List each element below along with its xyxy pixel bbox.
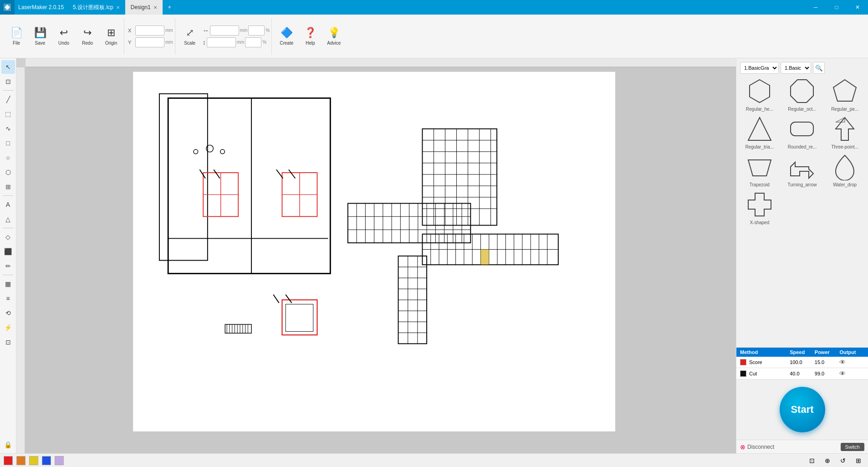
canvas-bg[interactable]	[26, 67, 736, 453]
wh-inputs: ↔ 0.00 mm 100 % ↕ 0.00 mm 100 %	[203, 26, 270, 47]
grid-tool[interactable]: ⊞	[1, 180, 15, 194]
shape-drop-svg	[831, 153, 858, 180]
scale-button[interactable]: ⤢ Scale	[179, 20, 201, 53]
cut-speed[interactable]: 40.0	[790, 371, 815, 376]
shape-item-tri[interactable]: Regular_tria...	[740, 115, 779, 149]
maximize-btn[interactable]: □	[826, 0, 847, 15]
w-input-row: ↔ 0.00 mm 100 %	[203, 26, 270, 36]
color-yellow[interactable]	[29, 456, 38, 465]
shape-item-pen[interactable]: Regular_pe...	[825, 77, 864, 112]
ellipse-tool[interactable]: ○	[1, 151, 15, 164]
tab-design1-close[interactable]: ✕	[153, 5, 157, 10]
shape-item-trap[interactable]: Trapezoid	[740, 153, 779, 187]
undo-button[interactable]: ↩ Undo	[53, 20, 75, 53]
scale-label: Scale	[184, 41, 195, 46]
shape-turning-svg	[788, 153, 816, 180]
score-visibility-toggle[interactable]: 👁	[839, 359, 864, 366]
category-select[interactable]: 1.BasicGra	[740, 62, 779, 74]
fill-tool[interactable]: ⬛	[1, 245, 15, 258]
select-tool[interactable]: ↖	[1, 60, 15, 74]
lock-tool[interactable]: 🔒	[1, 438, 15, 452]
create-button[interactable]: 🔷 Create	[276, 20, 297, 53]
grid-view-btn[interactable]: ⊞	[853, 455, 864, 467]
polygon-tool[interactable]: ⬡	[1, 165, 15, 179]
minimize-btn[interactable]: ─	[805, 0, 826, 15]
smart-select-btn[interactable]: ⊕	[822, 455, 833, 467]
origin-button[interactable]: ⊞ Origin	[100, 20, 122, 53]
save-button[interactable]: 💾 Save	[29, 20, 51, 53]
redo-button[interactable]: ↪ Redo	[77, 20, 98, 53]
color-blue[interactable]	[42, 456, 51, 465]
text-tool[interactable]: A	[1, 198, 15, 211]
tab-file1[interactable]: 5.设计图模板.lcp ✕	[67, 0, 125, 15]
shape-item-hex[interactable]: Regular_he...	[740, 77, 779, 112]
shape-item-xshape[interactable]: X-shaped	[740, 191, 779, 225]
ruler-left	[16, 67, 26, 453]
process-header: Method Speed Power Output	[736, 348, 868, 357]
scale-icon: ⤢	[186, 27, 194, 39]
color-purple[interactable]	[55, 456, 64, 465]
crop-tool[interactable]: ⊡	[1, 75, 15, 88]
diamond-tool[interactable]: ◇	[1, 230, 15, 244]
window-controls: ─ □ ✕	[805, 0, 868, 15]
x-input[interactable]: 0.00	[135, 26, 164, 36]
start-button[interactable]: Start	[780, 387, 825, 432]
shape-item-drop[interactable]: Water_drop	[825, 153, 864, 187]
shape-item-oct[interactable]: Regular_oct...	[783, 77, 822, 112]
blocks-tool[interactable]: ⊡	[1, 335, 15, 349]
h-input[interactable]: 0.00	[207, 37, 236, 47]
color-orange[interactable]	[16, 456, 26, 465]
shape-hex-svg	[746, 77, 773, 105]
h-unit: mm	[237, 40, 245, 45]
advice-button[interactable]: 💡 Advice	[323, 20, 345, 53]
cut-color-swatch[interactable]	[740, 370, 746, 377]
layers-tool[interactable]: ≡	[1, 292, 15, 305]
svg-rect-99	[791, 122, 813, 136]
cut-visibility-toggle[interactable]: 👁	[839, 370, 864, 377]
cut-power[interactable]: 99.0	[815, 371, 840, 376]
shape-item-arrow[interactable]: Three-point...	[825, 115, 864, 149]
grid2-tool[interactable]: ▦	[1, 277, 15, 291]
shape-item-rounded-rect[interactable]: Rounded_re...	[783, 115, 822, 149]
shape-item-turning[interactable]: Turning_arrow	[783, 153, 822, 187]
score-power[interactable]: 15.0	[815, 359, 840, 365]
shape-search-btn[interactable]: 🔍	[813, 62, 825, 74]
score-color-swatch[interactable]	[740, 359, 746, 365]
transform-tool[interactable]: ⟲	[1, 306, 15, 320]
triangle-tool[interactable]: △	[1, 212, 15, 226]
coords-group: X 0.00 mm Y 0.00 mm	[126, 18, 175, 55]
curve-tool[interactable]: ∿	[1, 122, 15, 135]
score-speed[interactable]: 100.0	[790, 359, 815, 365]
left-toolbar: ↖ ⊡ ╱ ⬚ ∿ □ ○ ⬡ ⊞ A △ ◇ ⬛ ✏ ▦ ≡ ⟲ ⚡ ⊡ 🔒	[0, 58, 16, 453]
tab-design1[interactable]: Design1 ✕	[125, 0, 163, 15]
refresh-btn[interactable]: ↺	[837, 455, 849, 467]
close-btn[interactable]: ✕	[847, 0, 868, 15]
shape-tool[interactable]: ⬚	[1, 107, 15, 121]
type-select[interactable]: 1.Basic	[781, 62, 811, 74]
disconnect-button[interactable]: ⊗ Disconnect	[740, 443, 774, 451]
help-button[interactable]: ❓ Help	[299, 20, 321, 53]
h-pct-input[interactable]: 100	[245, 37, 261, 47]
rect-tool[interactable]: □	[1, 136, 15, 150]
y-input[interactable]: 0.00	[135, 37, 164, 47]
bolt-tool[interactable]: ⚡	[1, 321, 15, 334]
color-red[interactable]	[4, 456, 13, 465]
w-pct-input[interactable]: 100	[248, 26, 265, 36]
w-pct-unit: %	[266, 28, 270, 33]
canvas-area[interactable]: // done via JS below	[16, 58, 736, 453]
cut-label: Cut	[749, 371, 757, 376]
switch-button[interactable]: Switch	[841, 443, 864, 451]
shape-tri-svg	[746, 115, 773, 143]
w-input[interactable]: 0.00	[210, 26, 239, 36]
add-tab-btn[interactable]: +	[163, 0, 177, 15]
line-tool[interactable]: ╱	[1, 92, 15, 106]
tab-file1-close[interactable]: ✕	[116, 5, 120, 10]
shape-drop-label: Water_drop	[833, 182, 857, 187]
file-button[interactable]: 📄 File	[5, 20, 27, 53]
shape-oct-svg	[788, 77, 816, 105]
redo-label: Redo	[82, 41, 93, 46]
selection-rect-btn[interactable]: ⊡	[806, 455, 818, 467]
pencil-tool[interactable]: ✏	[1, 259, 15, 273]
ruler-top-svg: // done via JS below	[26, 58, 736, 67]
shape-arrow-label: Three-point...	[831, 144, 858, 149]
